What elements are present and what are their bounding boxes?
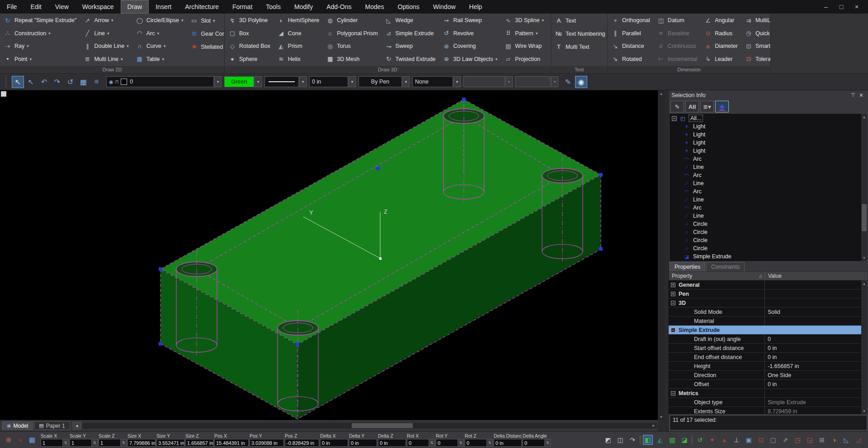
status-tool-undefined[interactable] — [640, 435, 641, 444]
line-style-combo[interactable] — [264, 76, 299, 87]
window-restore[interactable]: □ — [834, 1, 849, 12]
status-tool-edit-frame-tool[interactable]: ▢ — [768, 435, 778, 445]
status-tool-draft-angle-tool[interactable]: ◩ — [603, 435, 613, 445]
status-tool-copy-up-tool[interactable]: ◳ — [793, 435, 802, 445]
ribbon-item-incremental[interactable]: ⊢ Incremental ▾ — [654, 53, 701, 66]
selection-handle[interactable] — [159, 342, 162, 345]
layer-combo[interactable]: ◉ ⊓ 0 — [106, 76, 214, 87]
status-field-input[interactable]: 0 in — [378, 439, 406, 447]
toolbar-selection-info-toggle[interactable]: ▦ — [77, 76, 90, 88]
property-row-material[interactable]: Material — [669, 317, 867, 326]
menu-add-ons[interactable]: Add-Ons — [320, 0, 358, 14]
status-field-input[interactable]: 0 — [407, 439, 435, 447]
menu-window[interactable]: Window — [426, 0, 462, 14]
status-field-input[interactable]: 1 — [41, 439, 69, 447]
ribbon-item-3d-polyline[interactable]: ↯ 3D Polyline ▾ — [226, 14, 274, 27]
window-minimize[interactable]: – — [818, 1, 834, 12]
tree-item-light[interactable]: − ☀ Light — [670, 139, 867, 147]
ribbon-item-distance[interactable]: ↘ Distance ▾ — [609, 40, 654, 53]
status-field-input[interactable]: 1 — [70, 439, 98, 447]
selection-handle[interactable] — [296, 343, 299, 346]
ribbon-item-box[interactable]: ▢ Box ▾ — [226, 27, 274, 40]
ribbon-item-ray[interactable]: ⇢ Ray ▾ — [1, 40, 80, 53]
value-column-header[interactable]: Value — [765, 272, 868, 280]
panel-show-all-button[interactable]: All — [685, 101, 699, 112]
property-row-pen[interactable]: Pen — [669, 289, 867, 299]
property-row-simple-extrude[interactable]: Simple Extrude — [669, 326, 867, 335]
menu-format[interactable]: Format — [226, 0, 259, 14]
ribbon-item-curve[interactable]: ∩ Curve ▾ — [133, 40, 188, 53]
menu-draw[interactable]: Draw — [121, 0, 149, 14]
status-field-input[interactable]: 0 — [436, 439, 464, 447]
status-tool-degenerate-tool[interactable]: ✦ — [707, 435, 717, 445]
tree-scrollbar[interactable]: ▲ ▼ — [861, 114, 867, 261]
menu-modify[interactable]: Modify — [288, 0, 320, 14]
group-expander-icon[interactable] — [671, 292, 675, 296]
ribbon-item-rotated-box[interactable]: ◇ Rotated Box ▾ — [226, 40, 274, 53]
status-tool-transform-tool[interactable]: ⇗ — [780, 435, 790, 445]
pattern-combo[interactable]: None — [412, 76, 453, 87]
status-tool-wireframe-mode[interactable]: ◭ — [655, 435, 665, 445]
menu-modes[interactable]: Modes — [358, 0, 391, 14]
ribbon-item-revolve[interactable]: ↺ Revolve ▾ — [440, 27, 502, 40]
sheet-nav-left-button[interactable]: ◄ — [73, 422, 81, 429]
ribbon-item-helix[interactable]: ≋ Helix ▾ — [274, 53, 323, 66]
tree-item-line[interactable]: − ∕ Line — [670, 179, 867, 187]
status-field-input[interactable]: 3.039088 in — [250, 439, 284, 447]
ribbon-item-3d-spline[interactable]: ∿ 3D Spline ▾ — [501, 14, 548, 27]
canvas-vertical-scrollbar[interactable]: ▲ ▼ — [658, 90, 665, 420]
property-row-offset[interactable]: Offset 0 in — [669, 380, 867, 389]
panel-filter-button[interactable]: ≣▾ — [700, 101, 714, 112]
tree-item-circle[interactable]: − ○ Circle — [670, 228, 867, 236]
status-tool-bend-tool[interactable]: ↷ — [627, 435, 637, 445]
property-row-start-offset-distance[interactable]: Start offset distance 0 in — [669, 344, 867, 353]
pen-combo[interactable]: By Pen — [359, 76, 402, 87]
line-style-combo-arrow[interactable]: ▾ — [299, 76, 307, 87]
toolbar-repeat-tool[interactable]: ↺ — [64, 76, 76, 88]
ribbon-item-wire-wrap[interactable]: ▤ Wire Wrap ▾ — [501, 40, 548, 53]
menu-workspace[interactable]: Workspace — [75, 0, 121, 14]
ribbon-item-double-line[interactable]: ∥ Double Line ▾ — [80, 40, 132, 53]
ribbon-item-covering[interactable]: ⊚ Covering ▾ — [440, 40, 502, 53]
status-field-input[interactable]: 1.656857 in — [185, 439, 213, 447]
window-close[interactable]: × — [849, 1, 864, 12]
toolbar-select-tool[interactable]: ↖ — [12, 76, 24, 88]
status-tool-facet-render-mode[interactable]: ◧ — [643, 435, 653, 445]
status-tool-lock-position-tool[interactable]: ⊞ — [817, 435, 827, 445]
tree-item-circle[interactable]: − ○ Circle — [670, 236, 867, 244]
status-field-input[interactable]: 7.799886 in — [127, 439, 156, 447]
property-row-3d[interactable]: 3D — [669, 299, 867, 308]
status-tool-two-sided-tool[interactable]: ◫ — [615, 435, 625, 445]
layer-combo-arrow[interactable]: ▾ — [214, 76, 222, 87]
status-field-input[interactable]: -0.828429 in — [285, 439, 319, 447]
menu-tools[interactable]: Tools — [259, 0, 288, 14]
status-tool-corner-tool[interactable]: ◺ — [841, 435, 851, 445]
ribbon-item-intersection[interactable]: ◉ Intersection ▾ — [548, 14, 551, 27]
ribbon-item-multi-text[interactable]: T Multi Text ▾ — [552, 40, 608, 53]
tree-item-simple-extrude[interactable]: − ◪ Simple Extrude — [670, 252, 867, 261]
color-combo-arrow[interactable]: ▾ — [255, 76, 262, 87]
ribbon-item-leader[interactable]: ↳ Leader ▾ — [701, 53, 742, 66]
ribbon-item-radius[interactable]: ⊙ Radius ▾ — [701, 27, 742, 40]
status-coordinate-table-icon[interactable]: ▦ — [26, 434, 38, 446]
close-icon[interactable]: ✕ — [857, 92, 865, 98]
property-column-header[interactable]: Property — [672, 273, 692, 279]
ribbon-item-quick[interactable]: ◷ Quick ▾ — [742, 27, 771, 40]
menu-insert[interactable]: Insert — [149, 0, 178, 14]
scroll-right-icon[interactable]: ► — [651, 423, 657, 429]
group-expander-icon[interactable] — [671, 301, 675, 305]
scroll-up-icon[interactable]: ▲ — [660, 90, 663, 97]
ribbon-item-construction[interactable]: ∴ Construction ▾ — [1, 27, 80, 40]
ribbon-item-multileader[interactable]: ⇉ MultiLeader ▾ — [742, 14, 771, 27]
status-tool-copy-down-tool[interactable]: ◲ — [805, 435, 815, 445]
sheet-tab-model[interactable]: ◉ Model — [2, 421, 33, 430]
toolbar-redo-button[interactable]: ↷ — [51, 76, 63, 88]
toolbar-grip[interactable] — [5, 76, 8, 88]
property-row-object-type[interactable]: Object type Simple Extrude — [669, 398, 867, 407]
tree-item-arc[interactable]: − ◠ Arc — [670, 204, 867, 212]
selection-handle[interactable] — [599, 247, 603, 251]
tree-item-arc[interactable]: − ◠ Arc — [670, 187, 867, 196]
status-field-input[interactable]: 0 — [523, 439, 551, 447]
property-row-height[interactable]: Height -1.656857 in — [669, 362, 867, 371]
group-expander-icon[interactable] — [671, 328, 675, 332]
